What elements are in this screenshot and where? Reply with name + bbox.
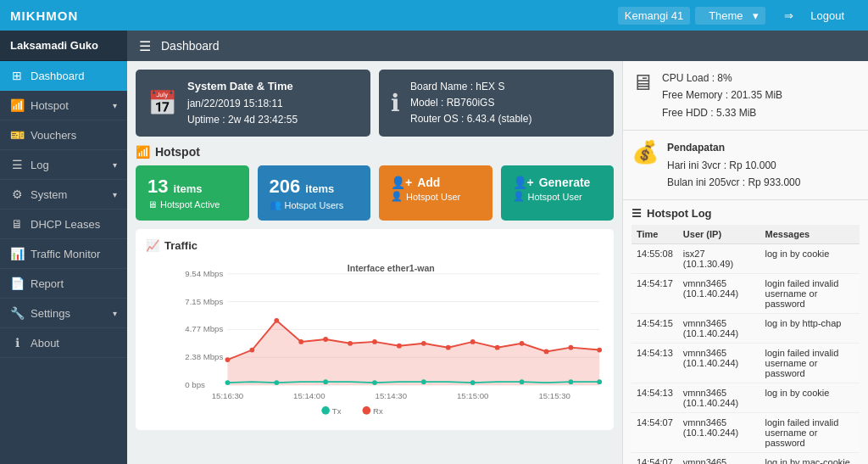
hotspot-icon: 📶 <box>10 98 24 112</box>
svg-point-44 <box>363 406 371 415</box>
board-card: ℹ Board Name : hEX S Model : RB760iGS Ro… <box>379 70 614 137</box>
svg-point-37 <box>421 379 426 384</box>
users-icon: 👥 <box>270 199 281 210</box>
sidebar-user: Laksamadi Guko <box>0 31 127 61</box>
main-content: 📅 System Date & Time jan/22/2019 15:18:1… <box>127 61 622 464</box>
svg-point-38 <box>470 380 476 385</box>
sidebar-item-traffic[interactable]: 📊 Traffic Monitor <box>0 239 127 269</box>
svg-point-40 <box>569 379 574 384</box>
hotspot-log-section: ☰ Hotspot Log Time User (IP) Messages <box>623 200 868 464</box>
svg-point-30 <box>544 349 549 355</box>
menu-toggle[interactable]: ☰ <box>139 38 151 54</box>
main-layout: Laksamadi Guko ⊞ Dashboard 📶 Hotspot ▾ 🎫… <box>0 31 868 464</box>
calendar-icon: 📅 <box>147 89 177 117</box>
table-row: 14:55:08 isx27 (10.1.30.49) log in by co… <box>632 244 860 274</box>
svg-text:0 bps: 0 bps <box>185 380 205 389</box>
svg-marker-16 <box>227 321 599 385</box>
svg-point-18 <box>249 348 254 353</box>
cpu-icon: 🖥 <box>632 70 654 96</box>
vouchers-icon: 🎫 <box>10 128 24 142</box>
svg-point-27 <box>470 339 476 344</box>
dashboard-icon: ⊞ <box>10 69 24 82</box>
report-icon: 📄 <box>10 277 24 290</box>
sidebar-item-settings[interactable]: 🔧 Settings ▾ <box>0 299 127 328</box>
log-icon: ☰ <box>10 158 24 171</box>
page-title: Dashboard <box>161 39 220 53</box>
chart-icon: 📈 <box>146 239 159 252</box>
add-user-icon: 👤+ <box>391 176 412 189</box>
traffic-section: 📈 Traffic 9.54 Mbps 7.15 Mbps 4.77 Mbps … <box>136 229 614 430</box>
brand-name: MIKHMON <box>10 8 78 23</box>
about-icon: ℹ <box>10 336 24 349</box>
content-body: 📅 System Date & Time jan/22/2019 15:18:1… <box>127 61 868 464</box>
svg-text:15:16:30: 15:16:30 <box>212 392 243 401</box>
svg-point-34 <box>274 380 279 385</box>
list-icon: ☰ <box>632 207 642 220</box>
svg-point-33 <box>225 380 231 385</box>
svg-point-39 <box>520 379 525 384</box>
svg-text:Interface ether1-wan: Interface ether1-wan <box>348 263 435 273</box>
money-icon: 💰 <box>632 139 659 165</box>
hotspot-cards: 13 items 🖥 Hotspot Active 206 items 👥 Ho… <box>136 165 614 221</box>
svg-point-26 <box>446 345 451 350</box>
table-row: 14:54:13 vmnn3465 (10.1.40.244) log in b… <box>632 383 860 413</box>
svg-point-31 <box>569 345 574 350</box>
chevron-down-icon: ▾ <box>113 101 117 110</box>
svg-point-35 <box>323 379 328 384</box>
hotspot-log-table: Time User (IP) Messages 14:55:08 isx27 (… <box>632 225 860 464</box>
svg-point-19 <box>274 318 279 323</box>
generate-icon: 👤+ <box>513 176 534 189</box>
svg-point-22 <box>348 341 353 346</box>
sidebar-item-dhcp[interactable]: 🖥 DHCP Leases <box>0 210 127 239</box>
location-dropdown[interactable]: Kemangi 41 <box>618 7 690 25</box>
traffic-icon: 📊 <box>10 247 24 260</box>
sidebar-item-system[interactable]: ⚙ System ▾ <box>0 180 127 210</box>
pendapatan-section: 💰 Pendapatan Hari ini 3vcr : Rp 10.000 B… <box>623 131 868 200</box>
datetime-card: 📅 System Date & Time jan/22/2019 15:18:1… <box>136 70 370 137</box>
chevron-down-icon: ▾ <box>113 309 117 318</box>
sidebar-item-dashboard[interactable]: ⊞ Dashboard <box>0 61 127 91</box>
svg-point-42 <box>321 406 330 415</box>
content-area: ☰ Dashboard 📅 System Date & Time jan/22/… <box>127 31 868 464</box>
col-user: User (IP) <box>678 225 760 244</box>
svg-point-17 <box>225 357 231 362</box>
generate-user-card[interactable]: 👤+ Generate 👤 Hotspot User <box>501 165 615 221</box>
sidebar-item-log[interactable]: ☰ Log ▾ <box>0 150 127 180</box>
svg-point-23 <box>372 339 377 344</box>
table-row: 14:54:13 vmnn3465 (10.1.40.244) login fa… <box>632 344 860 383</box>
user-icon: 👤 <box>391 191 403 202</box>
logout-button[interactable]: ⇒ Logout <box>771 3 858 29</box>
topbar-right: Kemangi 41 Theme ▾ ⇒ Logout <box>618 3 858 29</box>
svg-point-32 <box>597 348 602 353</box>
table-row: 14:54:15 vmnn3465 (10.1.40.244) log in b… <box>632 314 860 344</box>
svg-text:4.77 Mbps: 4.77 Mbps <box>185 324 223 333</box>
svg-text:15:15:00: 15:15:00 <box>457 392 488 401</box>
system-icon: ⚙ <box>10 187 24 201</box>
hotspot-active-card[interactable]: 13 items 🖥 Hotspot Active <box>136 165 249 221</box>
chevron-down-icon: ▾ <box>113 190 117 199</box>
info-icon: ℹ <box>391 89 400 117</box>
table-row: 14:54:07 vmnn3465 (10.1.40.244) log in b… <box>632 453 860 464</box>
hotspot-title: 📶 Hotspot <box>136 145 614 159</box>
svg-text:2.38 Mbps: 2.38 Mbps <box>185 352 223 361</box>
svg-point-24 <box>397 344 402 349</box>
svg-text:15:14:30: 15:14:30 <box>376 392 407 401</box>
right-panel: 🖥 CPU Load : 8% Free Memory : 201.35 MiB… <box>622 61 868 464</box>
traffic-title: 📈 Traffic <box>146 239 604 252</box>
sidebar: Laksamadi Guko ⊞ Dashboard 📶 Hotspot ▾ 🎫… <box>0 31 127 464</box>
traffic-chart: 9.54 Mbps 7.15 Mbps 4.77 Mbps 2.38 Mbps … <box>146 259 604 420</box>
svg-point-28 <box>495 345 500 350</box>
sidebar-item-vouchers[interactable]: 🎫 Vouchers <box>0 120 127 150</box>
hotspot-users-card[interactable]: 206 items 👥 Hotspot Users <box>258 165 371 221</box>
topbar: MIKHMON Kemangi 41 Theme ▾ ⇒ Logout <box>0 0 868 31</box>
sidebar-item-report[interactable]: 📄 Report <box>0 269 127 299</box>
theme-dropdown[interactable]: Theme ▾ <box>695 7 765 25</box>
svg-text:Tx: Tx <box>332 406 342 416</box>
sidebar-item-about[interactable]: ℹ About <box>0 328 127 358</box>
settings-icon: 🔧 <box>10 306 24 320</box>
col-time: Time <box>632 225 678 244</box>
hotspot-section: 📶 Hotspot 13 items 🖥 Hotspot Active 206 … <box>136 145 614 221</box>
sidebar-item-hotspot[interactable]: 📶 Hotspot ▾ <box>0 91 127 120</box>
add-user-card[interactable]: 👤+ Add 👤 Hotspot User <box>379 165 492 221</box>
svg-point-21 <box>323 337 328 342</box>
